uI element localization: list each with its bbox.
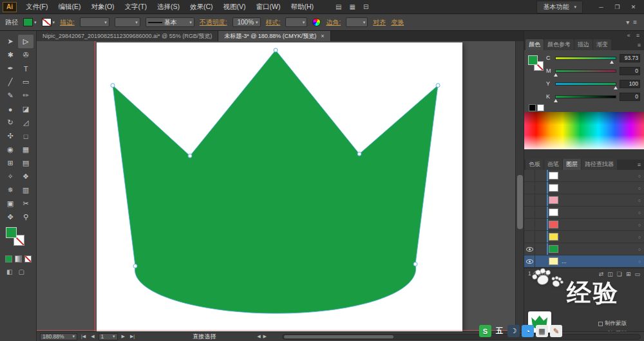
y-slider[interactable] xyxy=(555,82,616,86)
checkbox-icon[interactable] xyxy=(598,322,603,326)
fill-stroke-proxy[interactable] xyxy=(6,227,29,248)
color-tab-3[interactable]: 渐变 xyxy=(593,39,611,50)
skin-center-icon[interactable]: ◔ xyxy=(522,325,534,337)
new-layer-icon[interactable]: ⊞ xyxy=(626,271,631,277)
fill-color-dropdown[interactable]: ▾ xyxy=(23,18,37,26)
anchor-point[interactable] xyxy=(357,152,361,156)
menu-item-1[interactable]: 编辑(E) xyxy=(53,0,86,14)
anchor-point[interactable] xyxy=(436,84,440,88)
collapse-panels-icon[interactable]: « xyxy=(627,32,630,39)
stroke-width-select[interactable]: ▾ xyxy=(80,17,109,27)
artboard-tool[interactable]: ▣ xyxy=(3,197,18,210)
c-slider[interactable] xyxy=(555,57,616,60)
transform-link[interactable]: 变换 xyxy=(391,18,404,27)
night-mode-icon[interactable]: ☽ xyxy=(507,325,520,337)
handwriting-icon[interactable]: ✎ xyxy=(550,325,562,337)
shape-builder-tool[interactable]: ◉ xyxy=(3,143,18,156)
target-circle-icon[interactable]: ○ xyxy=(638,198,641,203)
fill-proxy-swatch[interactable] xyxy=(6,227,17,238)
stroke-link[interactable]: 描边: xyxy=(60,18,75,27)
menu-item-0[interactable]: 文件(F) xyxy=(21,0,53,14)
input-mode-icon[interactable]: 五 xyxy=(493,325,506,337)
column-graph-tool[interactable]: ▥ xyxy=(18,183,33,197)
paintbrush-tool[interactable]: ✎ xyxy=(3,89,18,102)
magic-wand-tool[interactable]: ✱ xyxy=(3,48,18,62)
blend-tool[interactable]: ❖ xyxy=(18,170,33,183)
mesh-tool[interactable]: ⊞ xyxy=(3,156,18,170)
layer-row[interactable]: ○ xyxy=(524,231,644,243)
artboard[interactable] xyxy=(97,42,462,331)
variable-width-profile-select[interactable]: ▾ xyxy=(115,17,140,27)
hand-tool[interactable]: ✥ xyxy=(3,210,18,224)
document-layout-icon[interactable]: ▤ xyxy=(336,3,341,10)
menu-item-4[interactable]: 选择(S) xyxy=(152,0,185,14)
control-panel-menu-icon[interactable]: ≡ xyxy=(633,19,637,26)
brush-definition-select[interactable]: 基本 ▾ xyxy=(146,17,194,27)
vertical-scrollbar-thumb[interactable] xyxy=(517,175,523,229)
collect-for-export-icon[interactable]: ⇄ xyxy=(599,271,604,277)
slider-thumb[interactable] xyxy=(554,99,558,102)
slider-thumb[interactable] xyxy=(554,73,558,77)
horizontal-scrollbar[interactable] xyxy=(282,334,641,340)
panel-menu-icon[interactable]: ≡ xyxy=(638,42,641,48)
visibility-cell[interactable] xyxy=(524,194,535,206)
new-sublayer-icon[interactable]: ❏ xyxy=(617,271,622,277)
document-tab-0[interactable]: Nipic_29842067_20190825112309686000.ai* … xyxy=(37,31,218,41)
minimize-button[interactable]: ─ xyxy=(593,1,609,14)
make-mask-icon[interactable]: ◫ xyxy=(607,271,613,277)
target-circle-icon[interactable]: ○ xyxy=(638,259,641,264)
artboard-navigation-field[interactable]: 1 ▾ xyxy=(99,333,118,340)
anchor-point[interactable] xyxy=(413,262,417,266)
scale-tool[interactable]: ◿ xyxy=(18,116,33,129)
visibility-cell[interactable] xyxy=(524,255,535,267)
target-circle-icon[interactable]: ○ xyxy=(638,210,641,215)
align-link[interactable]: 对齐 xyxy=(373,18,386,27)
pen-tool[interactable]: ✒ xyxy=(3,62,18,75)
menu-item-5[interactable]: 效果(C) xyxy=(185,0,218,14)
style-select[interactable]: ▾ xyxy=(285,17,307,27)
first-artboard-button[interactable]: |◀ xyxy=(80,334,87,339)
gradient-mode-button[interactable] xyxy=(15,255,22,263)
black-swatch[interactable] xyxy=(529,104,536,111)
corner-link[interactable]: 边角: xyxy=(326,18,341,27)
target-circle-icon[interactable]: ○ xyxy=(638,247,641,252)
anchor-point[interactable] xyxy=(274,48,278,52)
visibility-cell[interactable] xyxy=(524,182,535,194)
close-tab-icon[interactable]: × xyxy=(321,33,324,39)
symbol-sprayer-tool[interactable]: ✵ xyxy=(3,183,18,197)
m-slider[interactable] xyxy=(555,69,616,73)
pencil-tool[interactable]: ✏ xyxy=(18,89,33,102)
horizontal-scrollbar-thumb[interactable] xyxy=(284,335,393,338)
color-mode-button[interactable] xyxy=(5,255,12,263)
anchor-point[interactable] xyxy=(133,264,137,268)
menu-item-3[interactable]: 文字(T) xyxy=(120,0,152,14)
toolbox-icon[interactable]: ▦ xyxy=(536,325,548,337)
gradient-tool[interactable]: ▤ xyxy=(18,156,33,170)
layer-row[interactable]: ○ xyxy=(524,243,644,255)
perspective-grid-tool[interactable]: ▦ xyxy=(18,143,33,156)
menu-item-6[interactable]: 视图(V) xyxy=(218,0,251,14)
anchor-point[interactable] xyxy=(188,154,192,158)
layer-row[interactable]: ○ xyxy=(524,207,644,219)
draw-mode-icon[interactable]: ◧ xyxy=(6,268,12,275)
document-tab-1[interactable]: 未标题-3* @ 180.88% (CMYK/预览)× xyxy=(218,31,330,41)
type-tool[interactable]: T xyxy=(18,62,33,75)
none-mode-button[interactable] xyxy=(24,255,32,263)
color-spectrum[interactable] xyxy=(524,112,644,149)
menu-item-2[interactable]: 对象(O) xyxy=(86,0,119,14)
panel-menu-icon[interactable]: ≡ xyxy=(638,161,641,168)
menu-item-7[interactable]: 窗口(W) xyxy=(251,0,286,14)
target-circle-icon[interactable]: ○ xyxy=(638,186,641,190)
rotate-tool[interactable]: ↻ xyxy=(3,116,18,129)
mask-option-0[interactable]: 制作蒙版 xyxy=(598,320,627,327)
slider-thumb[interactable] xyxy=(610,60,614,64)
rectangle-tool[interactable]: ▭ xyxy=(18,75,33,89)
target-circle-icon[interactable]: ○ xyxy=(638,223,641,227)
last-artboard-button[interactable]: ▶| xyxy=(129,334,136,339)
layer-row[interactable]: ...○ xyxy=(524,255,644,268)
visibility-cell[interactable] xyxy=(524,243,535,255)
visibility-cell[interactable] xyxy=(524,231,535,243)
panel-tab-3[interactable]: 路径查找器 xyxy=(582,159,617,170)
next-artboard-button[interactable]: ▶ xyxy=(120,334,126,339)
layer-row[interactable]: ○ xyxy=(524,182,644,194)
